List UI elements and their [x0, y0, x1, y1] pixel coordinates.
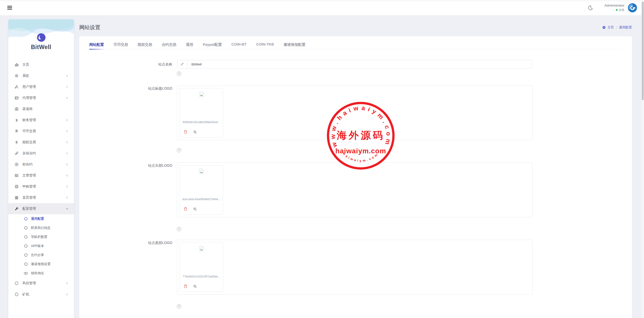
sidebar: BitWell 主页 系统 用户管理: [8, 19, 74, 318]
top-hairline: [0, 1, 644, 1]
sidebar-item-miner[interactable]: 矿机: [8, 289, 74, 300]
sidebar-item-finance[interactable]: $ 财务管理: [8, 115, 74, 126]
tab-options-trade[interactable]: 期权交易: [138, 42, 152, 49]
chart-bar-icon: [14, 63, 19, 67]
footer-logo-file-card: 779e5b521d1812ff73a08de...: [180, 242, 223, 292]
chevron-left-icon: [65, 185, 69, 188]
dollar-icon: $: [14, 118, 19, 122]
sidebar-subitem-navbar-config[interactable]: 导航栏配置: [8, 232, 74, 241]
breadcrumb-home-link[interactable]: 主页: [602, 25, 614, 30]
chevron-left-icon: [65, 174, 69, 177]
chevron-left-icon: [65, 129, 69, 133]
breadcrumb-separator: /: [616, 26, 617, 29]
menu-toggle-button[interactable]: [7, 4, 13, 12]
tab-contract-trade[interactable]: 合约交易: [162, 42, 176, 49]
sidebar-subitem-app-version[interactable]: APP版本: [8, 241, 74, 251]
preview-file-button[interactable]: [193, 130, 197, 134]
site-config-form: 站点名称 BitWell ? 站点标题LOGO: [89, 60, 632, 308]
sidebar-item-risk-control[interactable]: 风控管理: [8, 278, 74, 289]
delete-file-button[interactable]: [184, 284, 187, 288]
sidebar-item-agents[interactable]: 代理管理: [8, 92, 74, 103]
chevron-left-icon: [65, 96, 69, 100]
tab-invite-poster-config[interactable]: 邀请海报配置: [284, 42, 305, 49]
wrench-icon: [14, 207, 19, 211]
tab-general[interactable]: 通用: [186, 42, 193, 49]
sidebar-subitem-contact-info[interactable]: 联系我们信息: [8, 223, 74, 232]
header-logo-upload-area[interactable]: dcbcab5c43a095dfd373644...: [177, 162, 533, 217]
tab-paypal-config[interactable]: Paypal配置: [203, 42, 222, 49]
chevron-left-icon: [65, 152, 69, 155]
sidebar-item-home[interactable]: 主页: [8, 59, 74, 70]
footer-logo-label: 站点底部LOGO: [89, 240, 177, 295]
broken-image-icon: [199, 168, 204, 174]
hamburger-icon: [7, 6, 12, 7]
avatar[interactable]: [628, 3, 637, 13]
breadcrumb-current[interactable]: 通用配置: [619, 25, 632, 30]
title-logo-filename: 9090d6155cd8b289bb93e6...: [182, 121, 221, 124]
chevron-left-icon: [65, 85, 69, 89]
sidebar-item-perpetual[interactable]: 永续合约: [8, 148, 74, 159]
topbar: Administrator 在线: [0, 0, 644, 16]
help-icon[interactable]: ?: [177, 227, 181, 231]
sidebar-item-subscription[interactable]: 申购管理: [8, 181, 74, 192]
circle-icon: [14, 292, 19, 297]
sidebar-subitem-invite-poster[interactable]: 邀请海报设置: [8, 260, 74, 269]
broken-image-icon: [199, 246, 204, 252]
site-name-input[interactable]: BitWell: [177, 60, 533, 68]
tab-site-config[interactable]: 网站配置: [89, 42, 104, 49]
sidebar-item-options-trade[interactable]: B 期权交易: [8, 137, 74, 148]
chevron-down-icon: [65, 207, 69, 210]
circle-icon: [24, 235, 28, 239]
sidebar-subitem-wallet-address[interactable]: 钱包地址: [8, 269, 74, 278]
sidebar-subitem-contract-share[interactable]: 合约分享: [8, 251, 74, 260]
life-ring-icon: [14, 185, 19, 189]
sidebar-item-system[interactable]: 系统: [8, 70, 74, 81]
id-card-icon: [14, 96, 19, 100]
chevron-left-icon: [65, 163, 69, 166]
moon-icon: [588, 5, 593, 11]
user-circle-icon: [14, 107, 19, 111]
sidebar-item-users[interactable]: 用户管理: [8, 81, 74, 92]
broken-image-icon: [199, 91, 204, 97]
main-content: 网站设置 主页 / 通用配置 网站配置 币币交易 期权交易 合约交易 通用 Pa…: [79, 16, 632, 318]
sidebar-item-config[interactable]: 配置管理: [8, 203, 74, 214]
help-icon[interactable]: ?: [177, 72, 181, 76]
scrollbar-thumb[interactable]: [642, 2, 644, 100]
sidebar-item-homepage[interactable]: 首页管理: [8, 192, 74, 203]
chevron-left-icon: [65, 281, 69, 285]
chevron-left-icon: [65, 196, 69, 199]
user-meta[interactable]: Administrator 在线: [604, 4, 624, 12]
preview-file-button[interactable]: [193, 207, 197, 211]
footer-logo-upload-area[interactable]: 779e5b521d1812ff73a08de...: [177, 240, 533, 295]
delete-file-button[interactable]: [184, 130, 187, 134]
sidebar-item-channel[interactable]: 渠道商: [8, 103, 74, 115]
chain-link-icon: [14, 151, 19, 156]
scrollbar-track: [641, 0, 644, 318]
user-icon: [14, 85, 19, 89]
circle-icon: [24, 253, 28, 257]
money-bill-icon: [24, 271, 28, 275]
sidebar-nav: 主页 系统 用户管理 代理管理: [8, 59, 74, 300]
tab-spot-trade[interactable]: 币币交易: [113, 42, 128, 49]
online-status-dot: [616, 9, 618, 11]
theme-toggle-button[interactable]: [588, 5, 593, 11]
sidebar-item-articles[interactable]: 文章管理: [8, 170, 74, 181]
title-logo-upload-area[interactable]: 9090d6155cd8b289bb93e6...: [177, 85, 533, 140]
footer-logo-filename: 779e5b521d1812ff73a08de...: [182, 275, 221, 278]
preview-file-button[interactable]: [193, 285, 197, 288]
sidebar-item-spot-trade[interactable]: B 币币交易: [8, 126, 74, 137]
sidebar-subitem-general-config[interactable]: 通用配置: [8, 214, 74, 223]
power-g-logo-icon: [628, 3, 637, 13]
title-logo-label: 站点标题LOGO: [89, 85, 177, 140]
help-icon[interactable]: ?: [177, 304, 181, 308]
circle-icon: [14, 281, 19, 286]
help-icon[interactable]: ?: [177, 148, 181, 152]
tab-coin-bt[interactable]: COIN-BT: [231, 42, 247, 49]
title-logo-file-card: 9090d6155cd8b289bb93e6...: [180, 88, 223, 137]
page-title: 网站设置: [79, 24, 100, 31]
baht-icon: B: [14, 140, 19, 145]
sidebar-item-seconds-contract[interactable]: 秒合约: [8, 159, 74, 170]
delete-file-button[interactable]: [184, 207, 187, 211]
header-logo-filename: dcbcab5c43a095dfd373644...: [182, 198, 221, 201]
tab-coin-tkb[interactable]: COIN-TKB: [256, 42, 274, 49]
